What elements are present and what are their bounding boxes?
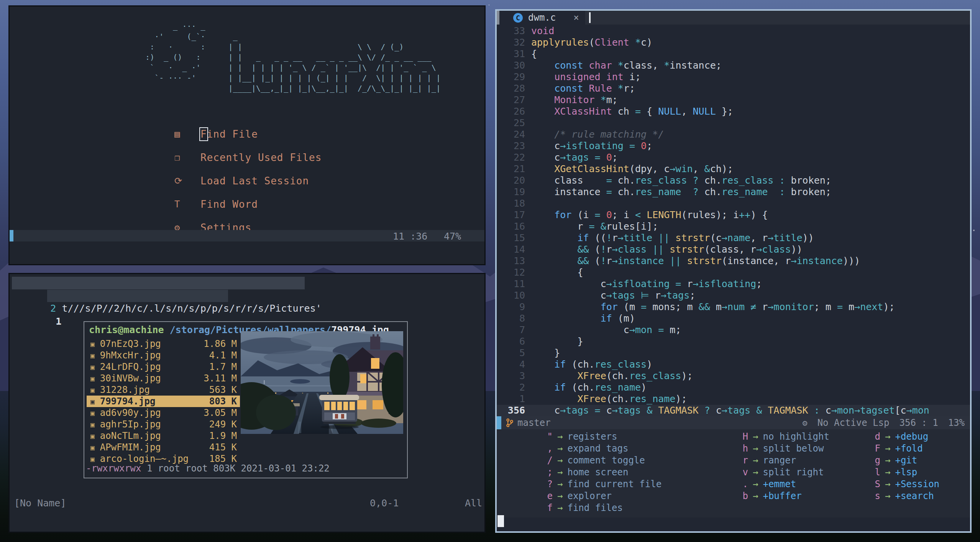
code-text: void [531,25,970,37]
file-row[interactable]: ▣799794.jpg803 K [87,396,240,407]
image-file-icon: ▣ [90,363,95,371]
which-key-binding: ?→find current file [543,478,662,490]
file-row[interactable]: ▣9hMxcHr.jpg4.1 M [87,350,240,361]
file-row[interactable]: ▣aghr5Ip.jpg249 K [87,419,240,430]
image-file-icon: ▣ [90,374,95,383]
file-size: 563 K [209,384,237,395]
menu-item-find-word[interactable]: TFind Word [174,197,258,212]
arrow-icon: → [557,478,563,490]
file-row[interactable]: ▣31228.jpg563 K [87,384,240,396]
binding-key: , [543,443,553,455]
mode-indicator-block [10,230,13,241]
c-language-icon: C [513,13,523,23]
tab-dwm-c[interactable]: C dwm.c × [499,11,585,25]
binding-label: comment toggle [567,455,645,466]
scroll-percent: 13% [948,417,965,428]
code-line: 27 Monitor *m; [497,94,970,106]
file-meta: 1 root root 803K 2021-03-01 23:22 [141,463,330,474]
code-line: 9 for (m = mons; m && m→num ≠ r→monitor;… [497,301,970,313]
code-line: 20 class = ch.res_class ? ch.res_class :… [497,175,970,186]
menu-item-recently-used-files[interactable]: ❐Recently Used Files [174,150,322,165]
image-file-icon: ▣ [90,351,95,360]
code-line: 31{ [497,48,970,60]
mode-indicator-block [497,416,501,429]
line-number: 13 [497,255,531,267]
text-icon: T [174,199,187,210]
menu-item-label: Recently Used Files [200,152,322,163]
which-key-column: d→+debugF→+foldg→+gitl→+lspS→+Sessions→+… [870,431,939,502]
user-host: chris@machine [89,324,164,335]
line-number: 11 [497,278,531,290]
tab-close-icon[interactable]: × [573,12,579,23]
line-number: 30 [497,60,531,71]
menu-item-load-last-session[interactable]: ⟳Load Last Session [174,173,309,189]
code-line: 15 if ((!r→title || strstr(c→name, r→tit… [497,232,970,244]
code-text [531,198,970,209]
buffer-name: [No Name] [14,498,66,509]
line-number: 22 [497,152,531,163]
menu-item-find-file[interactable]: ▤Find File [174,126,258,142]
binding-label: split below [763,443,824,455]
lsp-status: No Active Lsp [817,417,890,428]
file-permissions-line: -rwxrwxrwx 1 root root 803K 2021-03-01 2… [86,463,330,474]
binding-key: ? [543,478,553,490]
code-text: for (i = 0; i < LENGTH(rules); i++) { [531,209,970,221]
file-row[interactable]: ▣APwFMIM.jpg415 K [87,442,240,453]
file-row[interactable]: ▣07nEzQ3.jpg1.86 M [87,338,240,350]
code-line: 25 [497,117,970,129]
editor-statusline: master ⚙ No Active Lsp 356 : 1 13% [497,416,970,429]
file-row[interactable]: ▣24LrDFQ.jpg1.7 M [87,361,240,373]
file-name: ad6v90y.jpg [100,407,161,418]
line-number: 23 [497,140,531,152]
line-number: 18 [497,198,531,209]
file-size: 3.05 M [204,407,237,418]
scroll-indicator: All [465,498,482,509]
file-row[interactable]: ▣aoNcTLm.jpg1.9 M [87,430,240,442]
file-row[interactable]: ▣30iNVBw.jpg3.11 M [87,373,240,384]
binding-key: H [738,431,748,443]
line-number: 31 [497,48,531,60]
arrow-icon: → [557,502,563,514]
binding-label: home screen [567,466,628,478]
file-name: aghr5Ip.jpg [100,419,161,430]
code-text: for (m = mons; m && m→num ≠ r→monitor; m… [531,301,970,313]
which-key-binding: r→ranger [738,455,829,466]
which-key-binding: S→+Session [870,478,939,490]
binding-key: v [738,466,748,478]
line-number: 33 [497,25,531,37]
binding-key: d [870,431,880,443]
tabbar-cursor [589,12,591,23]
which-key-binding: v→split right [738,466,829,478]
code-text: instance = ch.res_name ? ch.res_name : b… [531,186,970,198]
code-line: 29 unsigned int i; [497,71,970,83]
binding-key: e [543,490,553,502]
binding-label: split right [763,466,824,478]
file-size: 3.11 M [204,373,237,384]
code-line: 14 && (!r→class || strstr(class, r→class… [497,244,970,255]
code-text: && (!r→instance || strstr(instance, r→in… [531,255,970,267]
code-text: XFree(ch.res_class); [531,370,970,382]
file-size: 1.86 M [204,338,237,349]
code-text: && (!r→class || strstr(class, r→class)) [531,244,970,255]
line-number: 2 [497,382,531,393]
line-number: 16 [497,221,531,232]
which-key-binding: l→+lsp [870,466,939,478]
file-row[interactable]: ▣ad6v90y.jpg3.05 M [87,407,240,419]
code-line: 8 if (m) [497,313,970,324]
code-text: c→isfloating = 0; [531,140,970,152]
code-area[interactable]: 33void32applyrules(Client *c)31{30 const… [497,25,970,416]
image-file-icon: ▣ [90,386,95,394]
window-scratch-buffer: 2 t///s/P//2/h/c/.l/s/n/s/p/p/s/r/r/s/Pi… [8,273,486,533]
which-key-column: "→registers,→expand tags/→comment toggle… [543,431,662,514]
arrow-icon: → [557,490,563,502]
which-key-binding: d→+debug [870,431,939,443]
code-line: 10 c→tags ⊨ r→tags; [497,290,970,301]
file-size: 249 K [209,419,237,430]
image-file-icon: ▣ [90,420,95,429]
file-name: 24LrDFQ.jpg [100,361,161,372]
which-key-column: H→no highlighth→split belowr→rangerv→spl… [738,431,829,502]
code-text: Monitor *m; [531,94,970,106]
copy-icon: ❐ [174,152,187,163]
file-size: 415 K [209,442,237,453]
code-text [531,117,970,129]
